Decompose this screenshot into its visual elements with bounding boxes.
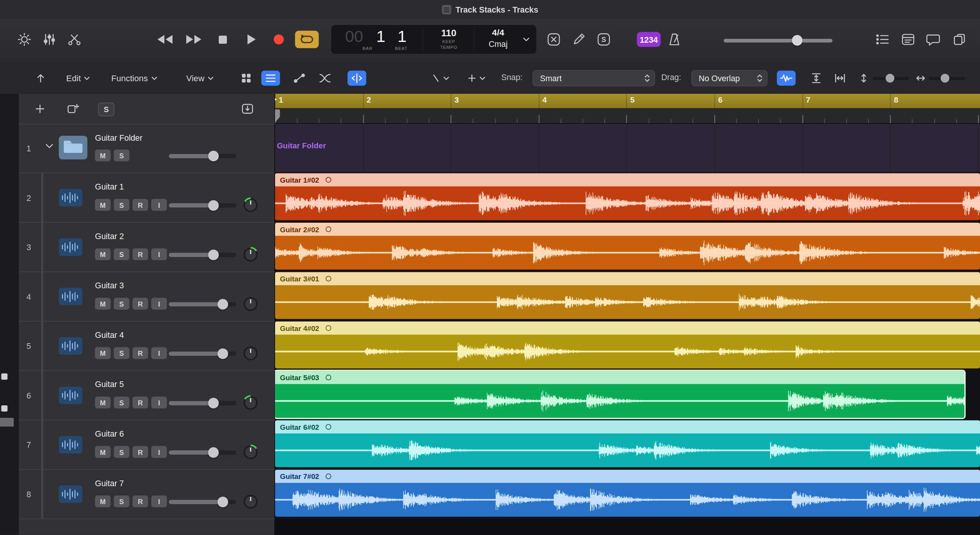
ruler-bar-number[interactable]: 2 bbox=[367, 96, 371, 104]
region-header[interactable]: Guitar 2#02 bbox=[275, 223, 980, 236]
horizontal-auto-zoom-button[interactable] bbox=[831, 71, 849, 85]
vertical-zoom-slider[interactable] bbox=[873, 77, 909, 80]
title-bar[interactable]: Track Stacks - Tracks bbox=[0, 0, 980, 19]
track-5-r-button[interactable]: R bbox=[133, 347, 148, 359]
track-7-m-button[interactable]: M bbox=[95, 446, 110, 458]
cancel-box-icon[interactable] bbox=[544, 31, 563, 48]
left-click-tool-menu[interactable] bbox=[431, 71, 450, 85]
fader-thumb[interactable] bbox=[208, 151, 219, 161]
pan-knob[interactable] bbox=[242, 197, 259, 214]
chat-bubble-icon[interactable] bbox=[924, 31, 942, 48]
audio-region[interactable]: Guitar 3#01 bbox=[275, 272, 980, 319]
fader-groove[interactable] bbox=[169, 253, 236, 257]
track-name[interactable]: Guitar 4 bbox=[95, 330, 124, 340]
loop-icon[interactable] bbox=[325, 474, 331, 479]
metronome-icon[interactable] bbox=[665, 31, 684, 48]
audio-region[interactable]: Guitar 5#03 bbox=[275, 371, 964, 418]
audio-track-icon[interactable] bbox=[59, 436, 82, 453]
track-2-r-button[interactable]: R bbox=[133, 199, 148, 211]
track-8-i-button[interactable]: I bbox=[151, 495, 167, 507]
vertical-zoom-thumb[interactable] bbox=[886, 74, 894, 83]
track-6-m-button[interactable]: M bbox=[95, 397, 110, 408]
brightness-icon[interactable] bbox=[15, 31, 34, 48]
rewind-button[interactable] bbox=[155, 31, 174, 48]
loop-icon[interactable] bbox=[325, 227, 331, 232]
track-8-m-button[interactable]: M bbox=[95, 495, 110, 507]
track-name[interactable]: Guitar Folder bbox=[95, 133, 142, 143]
volume-fader[interactable] bbox=[169, 299, 236, 309]
add-track-button[interactable] bbox=[32, 101, 48, 116]
scissors-icon[interactable] bbox=[65, 31, 84, 48]
horizontal-zoom-thumb[interactable] bbox=[941, 74, 950, 83]
chevron-down-icon[interactable] bbox=[522, 37, 530, 42]
folder-region[interactable]: Guitar Folder bbox=[275, 124, 980, 172]
volume-fader[interactable] bbox=[169, 151, 236, 161]
track-2-s-button[interactable]: S bbox=[114, 199, 130, 211]
snap-mode-select[interactable]: Smart bbox=[533, 70, 655, 87]
drag-mode-select[interactable]: No Overlap bbox=[691, 70, 767, 87]
list-icon[interactable] bbox=[873, 31, 892, 48]
duplicate-track-button[interactable] bbox=[65, 101, 82, 116]
audio-track-icon[interactable] bbox=[59, 238, 82, 256]
playhead-arrow-icon[interactable] bbox=[275, 96, 277, 103]
fader-groove[interactable] bbox=[169, 154, 236, 158]
count-in-badge[interactable]: 1234 bbox=[637, 32, 660, 47]
audio-track-icon[interactable] bbox=[59, 189, 82, 206]
ruler-bar-number[interactable]: 7 bbox=[806, 96, 810, 104]
grid-view-icon[interactable] bbox=[237, 71, 256, 85]
waveform-zoom-button[interactable] bbox=[777, 71, 796, 85]
track-6-r-button[interactable]: R bbox=[133, 397, 148, 408]
audio-region[interactable]: Guitar 2#02 bbox=[275, 223, 980, 270]
fader-groove[interactable] bbox=[169, 203, 236, 207]
fader-groove[interactable] bbox=[169, 401, 236, 405]
timeline-empty-area[interactable] bbox=[275, 519, 980, 535]
track-row[interactable]: 7 Guitar 6 MSRI bbox=[19, 420, 275, 470]
mixer-icon[interactable] bbox=[40, 31, 59, 48]
stop-button[interactable] bbox=[213, 31, 232, 48]
loop-icon[interactable] bbox=[325, 276, 331, 281]
region-header[interactable]: Guitar 6#02 bbox=[275, 420, 980, 433]
master-volume-slider[interactable] bbox=[724, 39, 832, 43]
volume-fader[interactable] bbox=[169, 249, 236, 259]
audio-track-icon[interactable] bbox=[59, 485, 82, 503]
track-row-folder[interactable]: 1 Guitar Folder MS bbox=[19, 124, 275, 174]
pan-knob[interactable] bbox=[242, 246, 259, 263]
horizontal-zoom-slider[interactable] bbox=[929, 77, 965, 80]
automation-icon[interactable] bbox=[290, 71, 309, 85]
track-7-s-button[interactable]: S bbox=[114, 446, 130, 458]
pan-knob[interactable] bbox=[242, 395, 259, 411]
track-row[interactable]: 5 Guitar 4 MSRI bbox=[19, 321, 275, 371]
copy-icon[interactable] bbox=[950, 31, 969, 48]
track-4-s-button[interactable]: S bbox=[114, 298, 130, 310]
hierarchy-up-icon[interactable] bbox=[31, 71, 50, 85]
region-header[interactable]: Guitar 4#02 bbox=[275, 321, 980, 334]
loop-icon[interactable] bbox=[325, 177, 331, 183]
fader-thumb[interactable] bbox=[218, 299, 228, 310]
track-name[interactable]: Guitar 5 bbox=[95, 380, 124, 389]
ruler-bar-number[interactable]: 4 bbox=[542, 96, 546, 104]
track-row[interactable]: 2 Guitar 1 MSRI bbox=[19, 173, 275, 223]
track-4-i-button[interactable]: I bbox=[151, 298, 167, 310]
track-row[interactable]: 6 Guitar 5 MSRI bbox=[19, 371, 275, 421]
command-click-tool-menu[interactable] bbox=[468, 71, 486, 85]
folder-track-icon[interactable] bbox=[59, 136, 87, 159]
fader-thumb[interactable] bbox=[208, 398, 219, 408]
fader-thumb[interactable] bbox=[218, 349, 228, 359]
track-6-s-button[interactable]: S bbox=[114, 397, 130, 408]
track-3-s-button[interactable]: S bbox=[114, 248, 130, 260]
track-7-r-button[interactable]: R bbox=[133, 446, 148, 458]
region-header[interactable]: Guitar 7#02 bbox=[275, 470, 980, 483]
track-name[interactable]: Guitar 7 bbox=[95, 479, 124, 488]
audio-region[interactable]: Guitar 6#02 bbox=[275, 420, 980, 467]
track-3-i-button[interactable]: I bbox=[151, 248, 167, 260]
collapse-stack-button[interactable] bbox=[239, 101, 256, 116]
volume-fader[interactable] bbox=[169, 496, 236, 506]
fader-groove[interactable] bbox=[169, 450, 236, 455]
audio-track-icon[interactable] bbox=[59, 337, 82, 355]
audio-region[interactable]: Guitar 4#02 bbox=[275, 321, 980, 368]
audio-track-icon[interactable] bbox=[59, 288, 82, 305]
audio-region[interactable]: Guitar 7#02 bbox=[275, 470, 980, 517]
fast-forward-button[interactable] bbox=[184, 31, 203, 48]
region-header[interactable]: Guitar 5#03 bbox=[275, 371, 964, 384]
master-volume-thumb[interactable] bbox=[792, 35, 802, 46]
